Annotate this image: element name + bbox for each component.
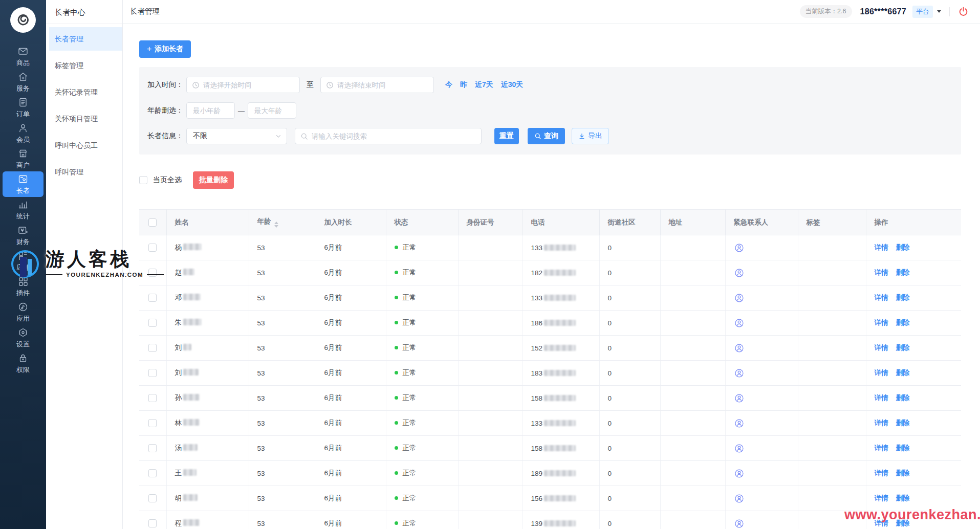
sort-carets[interactable] (274, 222, 278, 228)
quick-date-link-2[interactable]: 近7天 (475, 80, 493, 90)
select-all-checkbox[interactable] (139, 176, 147, 184)
emergency-contact-icon[interactable] (734, 368, 745, 379)
submenu-item-5[interactable]: 呼叫管理 (46, 160, 122, 184)
role-badge[interactable]: 平台 (912, 6, 933, 18)
elder-info-label: 长者信息： (147, 131, 186, 141)
sidebar-item-finance[interactable]: 财务 (3, 223, 43, 248)
row-checkbox[interactable] (148, 269, 157, 277)
row-checkbox[interactable] (148, 494, 157, 502)
sidebar-item-shop[interactable]: 店铺 (3, 248, 43, 274)
row-checkbox[interactable] (148, 244, 157, 252)
caret-down-icon[interactable] (937, 10, 941, 13)
delete-link[interactable]: 删除 (896, 319, 910, 326)
detail-link[interactable]: 详情 (875, 469, 888, 477)
row-checkbox[interactable] (148, 469, 157, 477)
submenu-item-2[interactable]: 关怀记录管理 (46, 80, 122, 104)
delete-link[interactable]: 删除 (896, 269, 910, 276)
sidebar-item-merchant[interactable]: 商户 (3, 146, 43, 171)
add-elder-button[interactable]: + 添加长者 (139, 40, 191, 58)
age-max-input[interactable] (248, 102, 296, 119)
end-time-input[interactable] (320, 77, 434, 93)
submenu-item-1[interactable]: 标签管理 (46, 54, 122, 77)
row-checkbox[interactable] (148, 394, 157, 402)
emergency-contact-icon[interactable] (734, 393, 745, 404)
emergency-contact-icon[interactable] (734, 468, 745, 479)
keyword-search-field[interactable] (312, 133, 476, 140)
age-max-field[interactable] (254, 107, 290, 115)
row-checkbox[interactable] (148, 294, 157, 302)
detail-link[interactable]: 详情 (875, 494, 888, 502)
quick-date-link-3[interactable]: 近30天 (501, 80, 524, 90)
storefront-icon (17, 148, 29, 159)
header-select-checkbox[interactable] (148, 218, 157, 227)
emergency-contact-icon[interactable] (734, 443, 745, 454)
detail-link[interactable]: 详情 (875, 394, 888, 402)
detail-link[interactable]: 详情 (875, 419, 888, 427)
detail-link[interactable]: 详情 (875, 244, 888, 251)
sidebar-item-service[interactable]: 服务 (3, 69, 43, 95)
column-header: 姓名 (166, 210, 249, 235)
delete-link[interactable]: 删除 (896, 494, 910, 502)
delete-link[interactable]: 删除 (896, 244, 910, 251)
sidebar-item-stats[interactable]: 统计 (3, 197, 43, 223)
detail-link[interactable]: 详情 (875, 294, 888, 301)
emergency-contact-icon[interactable] (734, 268, 745, 278)
detail-link[interactable]: 详情 (875, 519, 888, 527)
quick-date-link-1[interactable]: 昨 (460, 80, 467, 90)
community-cell: 0 (599, 260, 660, 285)
emergency-contact-icon[interactable] (734, 343, 745, 354)
emergency-contact-icon[interactable] (734, 243, 745, 253)
start-time-input[interactable] (186, 77, 300, 93)
sidebar-collapse-handle[interactable]: ◀ (123, 258, 129, 274)
delete-link[interactable]: 删除 (896, 294, 910, 301)
delete-link[interactable]: 删除 (896, 344, 910, 351)
query-button[interactable]: 查询 (528, 128, 565, 144)
row-checkbox[interactable] (148, 519, 157, 527)
row-checkbox[interactable] (148, 419, 157, 427)
start-time-field[interactable] (203, 81, 294, 89)
age-min-field[interactable] (193, 107, 228, 115)
detail-link[interactable]: 详情 (875, 344, 888, 351)
delete-link[interactable]: 删除 (896, 394, 910, 402)
submenu-item-4[interactable]: 呼叫中心员工 (46, 134, 122, 157)
row-checkbox[interactable] (148, 444, 157, 452)
row-checkbox[interactable] (148, 319, 157, 327)
idcard-cell (458, 361, 522, 386)
emergency-contact-icon[interactable] (734, 493, 745, 504)
reset-button[interactable]: 重置 (494, 128, 519, 144)
emergency-contact-icon[interactable] (734, 518, 745, 529)
detail-link[interactable]: 详情 (875, 369, 888, 377)
emergency-contact-icon[interactable] (734, 293, 745, 303)
age-min-input[interactable] (186, 102, 235, 119)
row-checkbox[interactable] (148, 369, 157, 377)
emergency-contact-icon[interactable] (734, 318, 745, 328)
delete-link[interactable]: 删除 (896, 419, 910, 427)
sidebar-item-permission[interactable]: 权限 (3, 350, 43, 376)
sidebar-item-member[interactable]: 会员 (3, 120, 43, 146)
export-button[interactable]: 导出 (572, 128, 609, 144)
elder-info-select[interactable]: 不限 (186, 128, 287, 144)
sidebar-item-app[interactable]: 应用 (3, 299, 43, 325)
logout-power-icon[interactable] (958, 6, 969, 17)
sidebar-item-settings[interactable]: 设置 (3, 325, 43, 350)
detail-link[interactable]: 详情 (875, 319, 888, 326)
emergency-contact-icon[interactable] (734, 418, 745, 429)
detail-link[interactable]: 详情 (875, 269, 888, 276)
keyword-search-input[interactable] (295, 128, 482, 144)
sidebar-item-order[interactable]: 订单 (3, 95, 43, 120)
quick-date-link-0[interactable]: 今 (445, 80, 452, 90)
row-checkbox[interactable] (148, 344, 157, 352)
delete-link[interactable]: 删除 (896, 469, 910, 477)
batch-delete-button[interactable]: 批量删除 (193, 171, 234, 189)
detail-link[interactable]: 详情 (875, 444, 888, 452)
delete-link[interactable]: 删除 (896, 444, 910, 452)
sidebar-item-plugin[interactable]: 插件 (3, 274, 43, 299)
sidebar-item-goods[interactable]: 商品 (3, 43, 43, 69)
delete-link[interactable]: 删除 (896, 519, 910, 527)
delete-link[interactable]: 删除 (896, 369, 910, 377)
elder-surname: 朱 (175, 319, 182, 326)
end-time-field[interactable] (337, 81, 428, 89)
sidebar-item-elder[interactable]: 长者 (3, 171, 43, 197)
submenu-item-3[interactable]: 关怀项目管理 (46, 107, 122, 130)
submenu-item-0[interactable]: 长者管理 (49, 27, 122, 51)
